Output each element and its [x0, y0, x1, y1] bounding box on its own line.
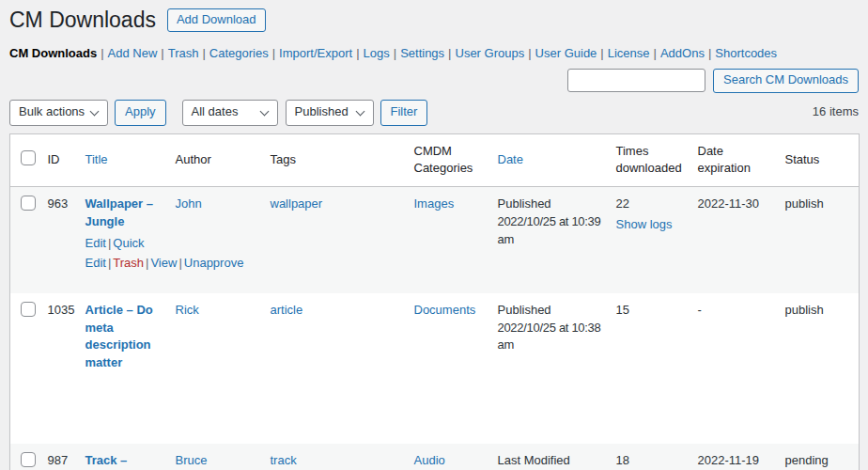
- select-row-checkbox[interactable]: [21, 452, 36, 467]
- cm-downloads-page: CM Downloads Add Download CM Downloads|A…: [0, 0, 868, 470]
- nav-item-addons[interactable]: AddOns: [660, 46, 705, 60]
- nav-separator: |: [600, 46, 603, 60]
- table-row: 987Track – OneFineDay — PendingBrucetrac…: [10, 444, 860, 470]
- download-title: Article – Do meta description matter: [85, 303, 153, 370]
- bulk-actions-select[interactable]: Bulk actions: [9, 100, 108, 126]
- status-filter-select[interactable]: Published: [286, 100, 374, 126]
- column-header-status: Status: [776, 133, 860, 187]
- add-download-button[interactable]: Add Download: [167, 8, 266, 32]
- date-value: 2022/10/25 at 10:39 am: [498, 214, 601, 246]
- download-title: Wallpaper – Jungle: [85, 196, 153, 228]
- column-header-category: CMDM Categories: [405, 133, 488, 187]
- cell-times-downloaded: 18: [607, 444, 689, 470]
- sort-by-date[interactable]: Date: [498, 152, 523, 166]
- row-action-unapprove[interactable]: Unapprove: [184, 256, 244, 270]
- nav-item: Shortcodes: [715, 46, 777, 60]
- date-value: 2022/10/25 at 10:38 am: [498, 321, 601, 352]
- cell-author: John: [166, 187, 261, 293]
- show-logs-link[interactable]: Show logs: [616, 217, 673, 231]
- row-action-edit[interactable]: Edit: [85, 236, 106, 250]
- select-row-checkbox[interactable]: [21, 196, 36, 211]
- nav-item-categories[interactable]: Categories: [209, 46, 269, 60]
- column-header-expiration: Date expiration: [689, 133, 776, 187]
- row-action-trash[interactable]: Trash: [113, 256, 144, 270]
- nav-item-trash[interactable]: Trash: [168, 46, 199, 60]
- cell-times-downloaded: 22Show logs: [607, 187, 689, 293]
- row-checkbox-cell: [10, 187, 39, 293]
- category-link[interactable]: Images: [414, 196, 455, 211]
- table-body: 963Wallpaper – JungleEdit|Quick Edit|Tra…: [10, 187, 860, 470]
- page-header: CM Downloads Add Download: [9, 7, 859, 34]
- times-downloaded-count: 15: [616, 302, 681, 320]
- downloads-table: IDTitleAuthorTagsCMDM CategoriesDateTime…: [9, 133, 860, 470]
- tag-link[interactable]: wallpaper: [271, 196, 323, 211]
- apply-button[interactable]: Apply: [115, 100, 166, 126]
- filter-button[interactable]: Filter: [380, 100, 428, 126]
- select-row-checkbox[interactable]: [21, 302, 36, 317]
- dates-filter-select[interactable]: All dates: [182, 100, 278, 126]
- cell-category: Images: [405, 187, 488, 293]
- sort-by-title[interactable]: Title: [85, 152, 108, 166]
- nav-item-import-export[interactable]: Import/Export: [279, 46, 352, 60]
- nav-item: Categories|: [209, 46, 279, 60]
- row-action-view[interactable]: View: [150, 256, 177, 270]
- nav-item-user-guide[interactable]: User Guide: [535, 46, 597, 60]
- date-status-label: Last Modified: [498, 452, 604, 470]
- nav-separator: |: [272, 46, 275, 60]
- download-title-link[interactable]: Track – OneFineDay: [85, 453, 157, 470]
- cell-status: publish: [776, 187, 860, 293]
- download-title: Track – OneFineDay — Pending: [85, 453, 157, 470]
- cell-tags: wallpaper: [261, 187, 405, 293]
- nav-item-cm-downloads: CM Downloads: [9, 46, 97, 60]
- search-box: Search CM Downloads: [9, 69, 859, 93]
- nav-item-add-new[interactable]: Add New: [108, 46, 158, 60]
- cell-date-expiration: 2022-11-30: [689, 187, 776, 293]
- row-action-separator: |: [178, 256, 181, 270]
- author-link[interactable]: John: [176, 196, 202, 211]
- table-header-row: IDTitleAuthorTagsCMDM CategoriesDateTime…: [10, 133, 860, 187]
- nav-item-shortcodes[interactable]: Shortcodes: [715, 46, 777, 60]
- row-action-separator: |: [108, 236, 111, 250]
- search-button[interactable]: Search CM Downloads: [713, 69, 859, 93]
- nav-item-user-groups[interactable]: User Groups: [456, 46, 525, 60]
- column-header-cb: [10, 133, 39, 187]
- nav-item: Add New|: [108, 46, 168, 60]
- nav-separator: |: [708, 46, 711, 60]
- cell-status: pending: [776, 444, 860, 470]
- author-link[interactable]: Rick: [176, 303, 199, 317]
- cell-id: 963: [39, 187, 76, 293]
- category-link[interactable]: Documents: [414, 303, 476, 317]
- cell-title: Wallpaper – JungleEdit|Quick Edit|Trash|…: [76, 187, 166, 293]
- cell-tags: article: [261, 293, 405, 444]
- tag-link[interactable]: track: [271, 453, 297, 467]
- cell-title: Article – Do meta description matter: [76, 293, 166, 444]
- cell-date: Published2022/10/25 at 10:38 am: [488, 293, 607, 444]
- download-title-link[interactable]: Wallpaper – Jungle: [85, 196, 153, 228]
- nav-item: Logs|: [364, 46, 401, 60]
- author-link[interactable]: Bruce: [176, 453, 208, 467]
- plugin-nav: CM Downloads|Add New|Trash|Categories|Im…: [9, 45, 859, 63]
- page-title: CM Downloads: [9, 7, 156, 34]
- nav-item: Trash|: [168, 46, 209, 60]
- table-row: 963Wallpaper – JungleEdit|Quick Edit|Tra…: [10, 187, 860, 293]
- nav-item-settings[interactable]: Settings: [400, 46, 444, 60]
- column-header-tags: Tags: [261, 133, 405, 187]
- nav-separator: |: [448, 46, 451, 60]
- download-title-link[interactable]: Article – Do meta description matter: [85, 303, 153, 370]
- row-action-separator: |: [108, 256, 111, 270]
- cell-status: publish: [776, 293, 860, 444]
- tag-link[interactable]: article: [271, 303, 303, 317]
- select-all-checkbox[interactable]: [21, 150, 36, 165]
- search-input[interactable]: [567, 69, 705, 92]
- cell-tags: track: [261, 444, 405, 470]
- cell-date-expiration: -: [689, 293, 776, 444]
- nav-item-license[interactable]: License: [608, 46, 650, 60]
- category-link[interactable]: Audio: [414, 453, 445, 467]
- nav-item: License|: [608, 46, 660, 60]
- column-header-author: Author: [166, 133, 261, 187]
- cell-date: Published2022/10/25 at 10:39 am: [488, 187, 607, 293]
- cell-author: Rick: [166, 293, 261, 444]
- nav-item-logs[interactable]: Logs: [364, 46, 390, 60]
- date-status-label: Published: [498, 302, 604, 320]
- row-actions: Edit|Quick Edit|Trash|View|Unapprove: [85, 234, 159, 274]
